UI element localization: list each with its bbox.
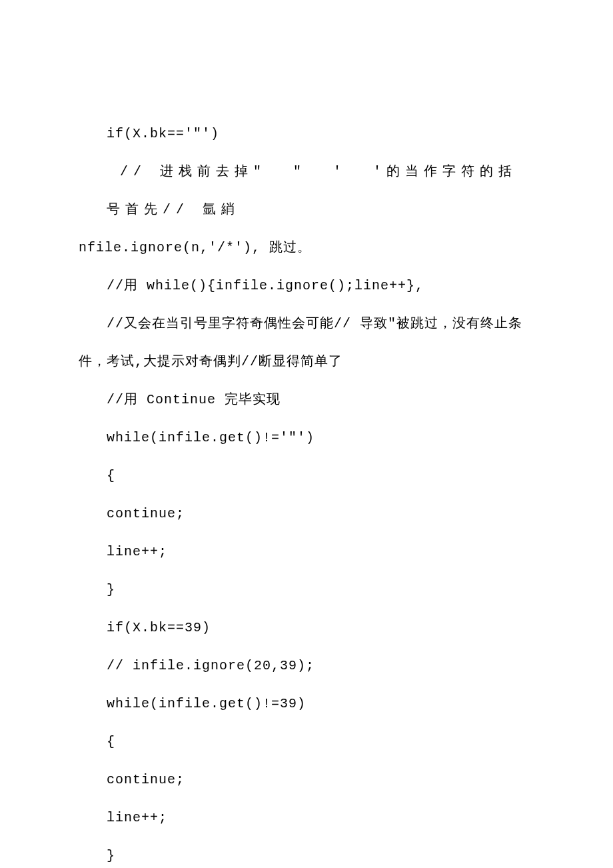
code-line: continue; <box>79 495 534 533</box>
code-line: // 进栈前去掉" " ' '的当作字符的括号首先// 氩綃 <box>79 153 534 229</box>
code-line: // infile.ignore(20,39); <box>79 647 534 685</box>
code-line: if(X.bk==39) <box>79 609 534 647</box>
code-line: if(X.bk=='"') <box>79 115 534 153</box>
code-line: //用 while(){infile.ignore();line++}, <box>79 267 534 305</box>
code-line: //又会在当引号里字符奇偶性会可能// 导致"被跳过，没有终止条 <box>79 305 534 343</box>
code-line: } <box>79 837 534 868</box>
code-line: //用 Continue 完毕实现 <box>79 381 534 419</box>
code-line: while(infile.get()!='"') <box>79 419 534 457</box>
code-line: nfile.ignore(n,'/*'), 跳过。 <box>79 229 534 267</box>
code-line: line++; <box>79 799 534 837</box>
code-line: line++; <box>79 533 534 571</box>
code-line: } <box>79 571 534 609</box>
code-line: 件，考试,大提示对奇偶判//断显得简单了 <box>79 343 534 381</box>
code-line: continue; <box>79 761 534 799</box>
code-line: { <box>79 723 534 761</box>
code-line: { <box>79 457 534 495</box>
code-line: while(infile.get()!=39) <box>79 685 534 723</box>
document-page: if(X.bk=='"') // 进栈前去掉" " ' '的当作字符的括号首先/… <box>0 0 613 868</box>
